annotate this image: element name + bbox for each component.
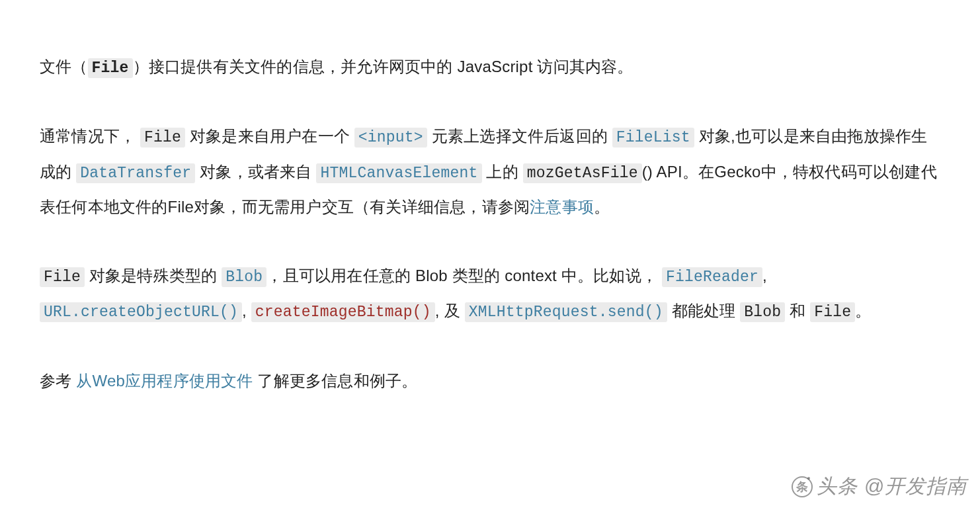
text-span: 对象，或者来自 [195,163,316,181]
paragraph-4: 参考 从Web应用程序使用文件 了解更多信息和例子。 [40,364,940,398]
link-notes[interactable]: 注意事项 [530,198,594,216]
code-createimagebitmap[interactable]: createImageBitmap() [251,302,435,322]
code-file: File [140,128,185,148]
link-using-files-from-webapps[interactable]: 从Web应用程序使用文件 [76,372,253,390]
code-file: File [88,58,133,78]
paragraph-1: 文件（File）接口提供有关文件的信息，并允许网页中的 JavaScript 访… [40,50,940,85]
code-filelist[interactable]: FileList [612,128,694,148]
code-input-element[interactable]: <input> [354,128,427,148]
code-blob-plain: Blob [740,302,785,322]
text-span: 和 [785,302,810,319]
text-span: 文件（ [40,58,88,75]
text-span: 。 [855,302,871,319]
text-span: 上的 [482,163,523,181]
text-span: 通常情况下， [40,127,140,145]
text-span: ，且可以用在任意的 Blob 类型的 context 中。比如说， [266,267,662,284]
text-span: ）接口提供有关文件的信息，并允许网页中的 JavaScript 访问其内容。 [133,58,633,75]
text-span: 元素上选择文件后返回的 [427,127,612,145]
code-url-createobjecturl[interactable]: URL.createObjectURL() [40,302,242,322]
code-xhr-send[interactable]: XMLHttpRequest.send() [465,302,667,322]
text-span: 了解更多信息和例子。 [253,372,418,390]
code-blob[interactable]: Blob [222,267,266,287]
code-file-plain: File [810,302,855,322]
text-span: , [762,267,767,284]
text-span: 参考 [40,372,76,390]
text-span: 。 [594,198,610,216]
text-span: , [242,302,251,319]
text-span: , 及 [435,302,465,319]
code-filereader[interactable]: FileReader [662,267,762,287]
watermark-text: 头条 @开发指南 [817,473,967,500]
text-span: 都能处理 [667,302,741,319]
code-htmlcanvaselement[interactable]: HTMLCanvasElement [316,163,481,183]
code-file: File [40,267,85,287]
code-datatransfer[interactable]: DataTransfer [76,163,195,183]
watermark-logo-icon: 条 [792,476,813,497]
paragraph-3: File 对象是特殊类型的 Blob，且可以用在任意的 Blob 类型的 con… [40,259,940,329]
watermark: 条 头条 @开发指南 [792,473,967,500]
paragraph-2: 通常情况下， File 对象是来自用户在一个 <input> 元素上选择文件后返… [40,119,940,224]
text-span: 对象是来自用户在一个 [185,127,354,145]
text-span: 对象是特殊类型的 [85,267,222,284]
code-mozgetasfile: mozGetAsFile [523,163,642,183]
